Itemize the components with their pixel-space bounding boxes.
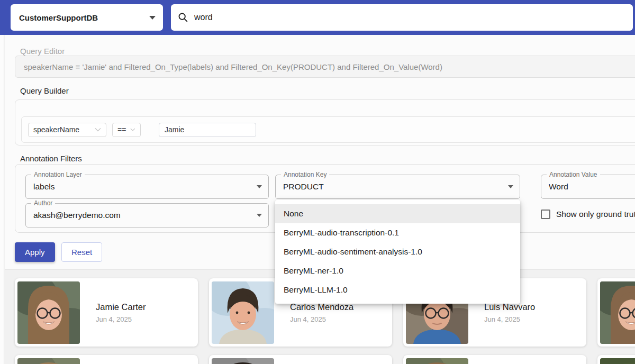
result-avatar: [212, 281, 274, 344]
result-avatar: [17, 358, 80, 364]
annotation-value-value: Word: [549, 182, 635, 192]
dropdown-arrow-icon: [257, 214, 262, 217]
rule-value-input[interactable]: [159, 123, 256, 137]
author-label: Author: [31, 199, 55, 207]
left-rail-divider: [0, 35, 4, 364]
result-card[interactable]: [15, 355, 198, 364]
person-photo-illustration: [17, 358, 80, 364]
annotation-key-select[interactable]: Annotation Key PRODUCT: [275, 175, 520, 199]
annotation-layer-value: labels: [33, 182, 257, 192]
annotation-key-value: PRODUCT: [283, 182, 508, 192]
rule-field-select[interactable]: speakerName: [28, 123, 106, 137]
result-card[interactable]: [597, 278, 635, 347]
annotation-filters-label: Annotation Filters: [20, 154, 82, 163]
person-photo-illustration: [212, 358, 274, 364]
result-name: Jamie Carter: [96, 302, 146, 312]
author-value: akash@berrydemo.com: [33, 211, 257, 220]
database-selector-value: CustomerSupportDB: [19, 13, 149, 22]
query-editor-label: Query Editor: [20, 47, 65, 56]
result-avatar: [17, 281, 80, 344]
result-card[interactable]: [597, 355, 635, 364]
chevron-down-icon: [149, 16, 156, 20]
result-avatar: [600, 358, 635, 364]
app-header: CustomerSupportDB: [0, 0, 635, 35]
database-selector[interactable]: CustomerSupportDB: [11, 4, 163, 31]
result-date: Jun 4, 2025: [290, 315, 353, 323]
person-photo-illustration: [212, 281, 274, 344]
rule-operator-value: ==: [117, 125, 126, 134]
result-avatar: [600, 281, 635, 344]
search-icon: [177, 12, 189, 23]
person-photo-illustration: [406, 358, 468, 364]
result-date: Jun 4, 2025: [96, 315, 146, 323]
query-builder-label: Query Builder: [20, 86, 69, 95]
author-select[interactable]: Author akash@berrydemo.com: [25, 203, 269, 228]
apply-button[interactable]: Apply: [15, 242, 55, 262]
menu-item-berryml-audio-sentiment-analysis-1-0[interactable]: BerryML-audio-sentiment-analysis-1.0: [275, 242, 520, 261]
person-photo-illustration: [17, 281, 80, 344]
person-photo-illustration: [600, 358, 635, 364]
ground-truth-checkbox-label: Show only ground truth ann: [556, 210, 635, 219]
menu-item-berryml-ner-1-0[interactable]: BerryML-ner-1.0: [275, 261, 520, 280]
chevron-down-icon: [95, 128, 101, 132]
menu-item-berryml-audio-transcription-0-1[interactable]: BerryML-audio-transcription-0.1: [275, 223, 520, 242]
annotation-key-label: Annotation Key: [281, 171, 329, 179]
person-photo-illustration: [600, 281, 635, 344]
query-builder-rule-row: speakerName ==: [21, 116, 635, 143]
dropdown-arrow-icon: [508, 185, 513, 188]
dropdown-arrow-icon: [257, 185, 262, 188]
annotation-key-dropdown-menu: NoneBerryML-audio-transcription-0.1Berry…: [275, 200, 520, 304]
annotation-layer-label: Annotation Layer: [31, 171, 85, 179]
menu-item-berryml-llm-1-0[interactable]: BerryML-LLM-1.0: [275, 280, 520, 299]
rule-operator-select[interactable]: ==: [112, 123, 141, 137]
result-avatar: [406, 358, 468, 364]
rule-field-value: speakerName: [33, 125, 90, 134]
annotation-value-label: Annotation Value: [547, 171, 600, 179]
result-date: Jun 4, 2025: [484, 315, 535, 323]
query-editor-value: speakerName = 'Jamie' and Filtered_On_Ty…: [24, 62, 442, 71]
menu-item-none[interactable]: None: [275, 204, 520, 223]
annotation-layer-select[interactable]: Annotation Layer labels: [25, 175, 269, 199]
query-editor-field[interactable]: speakerName = 'Jamie' and Filtered_On_Ty…: [15, 56, 635, 78]
result-card[interactable]: Jamie CarterJun 4, 2025: [15, 278, 198, 347]
result-card[interactable]: [209, 355, 392, 364]
ground-truth-checkbox-row[interactable]: Show only ground truth ann: [541, 210, 635, 219]
chevron-down-icon: [130, 128, 135, 132]
search-input[interactable]: [194, 13, 627, 22]
result-avatar: [212, 358, 274, 364]
ground-truth-checkbox[interactable]: [541, 210, 550, 219]
annotation-value-field[interactable]: Annotation Value Word: [541, 175, 635, 199]
reset-button[interactable]: Reset: [61, 242, 102, 262]
search-bar[interactable]: [171, 4, 633, 31]
result-card[interactable]: [403, 355, 586, 364]
